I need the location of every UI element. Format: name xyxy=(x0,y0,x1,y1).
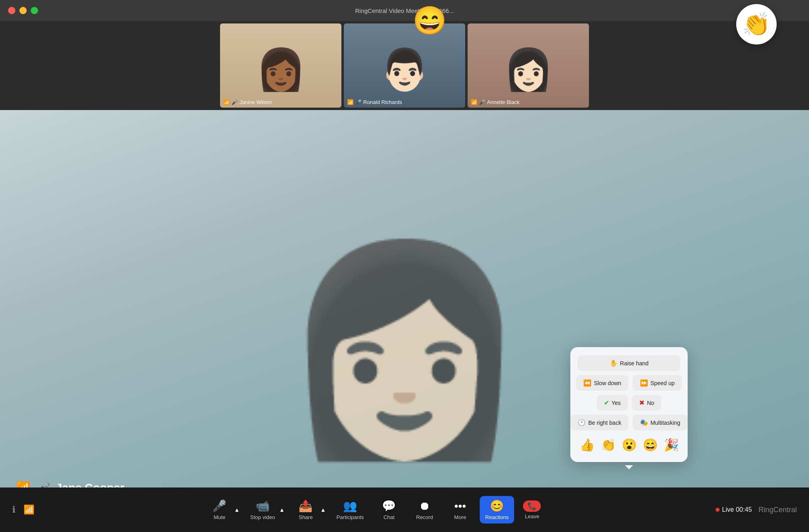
chat-button[interactable]: 💬 Chat xyxy=(373,496,405,524)
more-button[interactable]: ••• More xyxy=(444,496,477,524)
multitasking-icon: 🎭 xyxy=(640,419,648,426)
signal-icon-2: 📶 xyxy=(347,99,354,105)
thumbnails-row: 👩🏾 📶 🎤 Janine Wilson 👨🏻 📶 🎤 Ronald Richa… xyxy=(0,21,809,110)
slow-down-icon: ⏪ xyxy=(583,379,591,387)
reactions-icon: 😊 xyxy=(490,499,504,513)
reaction-popup: ✋ Raise hand ⏪ Slow down ⏩ Speed up ✔ Ye… xyxy=(570,347,688,462)
yes-icon: ✔ xyxy=(604,399,609,407)
maximize-button[interactable] xyxy=(31,7,38,14)
emoji-clap[interactable]: 👏 xyxy=(599,435,617,455)
be-right-back-button[interactable]: 🕐 Be right back xyxy=(570,415,629,430)
live-indicator: Live 00:45 xyxy=(716,506,752,513)
record-icon: ⏺ xyxy=(419,499,430,513)
thumbnail-1-label: 📶 🎤 Janine Wilson xyxy=(223,99,272,105)
brand-name: RingCentral xyxy=(758,506,797,514)
live-dot xyxy=(716,508,720,512)
toolbar-right: Live 00:45 RingCentral xyxy=(716,506,797,514)
emoji-smile[interactable]: 😄 xyxy=(641,435,659,455)
floating-emoji-center: 😄 xyxy=(413,4,445,36)
floating-emoji-topright: 👏 xyxy=(736,4,777,45)
signal-icon-1: 📶 xyxy=(223,99,230,105)
title-bar: RingCentral Video Meeting ID: 666... xyxy=(0,0,809,21)
signal-icon-3: 📶 xyxy=(471,99,477,105)
video-arrow[interactable]: ▲ xyxy=(277,507,286,513)
more-icon: ••• xyxy=(454,500,466,513)
leave-icon: 📞 xyxy=(523,500,541,512)
multitasking-button[interactable]: 🎭 Multitasking xyxy=(633,415,688,430)
main-video: 👩🏻 ✋ Raise hand ⏪ Slow down ⏩ Speed up xyxy=(0,110,809,507)
speed-up-icon: ⏩ xyxy=(640,379,648,387)
stop-video-icon: 📹 xyxy=(256,499,270,513)
reactions-button[interactable]: 😊 Reactions xyxy=(480,496,515,524)
mute-icon: 🎤 xyxy=(212,499,227,513)
stop-video-button[interactable]: 📹 Stop video xyxy=(245,496,281,524)
mic-icon-3: 🎤 xyxy=(479,99,485,105)
mute-arrow[interactable]: ▲ xyxy=(233,507,241,513)
share-arrow[interactable]: ▲ xyxy=(319,507,328,513)
share-button[interactable]: 📤 Share xyxy=(290,496,322,524)
yes-button[interactable]: ✔ Yes xyxy=(597,395,628,411)
no-button[interactable]: ✖ No xyxy=(632,395,661,411)
share-icon: 📤 xyxy=(299,499,313,513)
slow-down-button[interactable]: ⏪ Slow down xyxy=(576,375,629,391)
raise-hand-icon: ✋ xyxy=(610,359,618,367)
record-button[interactable]: ⏺ Record xyxy=(409,496,441,524)
window-controls[interactable] xyxy=(8,7,38,14)
thumbnail-1[interactable]: 👩🏾 📶 🎤 Janine Wilson xyxy=(220,23,341,108)
chat-icon: 💬 xyxy=(382,499,396,513)
thumbnail-2[interactable]: 👨🏻 📶 🎤 Ronald Richards xyxy=(344,23,465,108)
toolbar-center: 🎤 Mute ▲ 📹 Stop video ▲ 📤 Share ▲ 👥 Part… xyxy=(34,496,716,524)
mic-icon-1: 🎤 xyxy=(231,99,238,105)
no-icon: ✖ xyxy=(639,399,644,407)
participants-icon: 👥 xyxy=(343,499,357,513)
emoji-party[interactable]: 🎉 xyxy=(662,435,680,455)
mute-button[interactable]: 🎤 Mute xyxy=(203,496,236,524)
emoji-thumbsup[interactable]: 👍 xyxy=(578,435,596,455)
signal-bars-toolbar: 📶 xyxy=(23,504,34,515)
thumbnail-2-label: 📶 🎤 Ronald Richards xyxy=(347,99,402,105)
mic-icon-2: 🎤 xyxy=(355,99,362,105)
info-icon[interactable]: ℹ xyxy=(12,504,15,515)
be-right-back-icon: 🕐 xyxy=(578,419,586,426)
toolbar-left: ℹ 📶 xyxy=(12,504,34,515)
emoji-wow[interactable]: 😮 xyxy=(620,435,638,455)
thumbnail-3-label: 📶 🎤 Annette Black xyxy=(471,99,519,105)
speed-up-button[interactable]: ⏩ Speed up xyxy=(633,375,682,391)
toolbar: ℹ 📶 🎤 Mute ▲ 📹 Stop video ▲ 📤 Share ▲ xyxy=(0,487,809,532)
participants-button[interactable]: 👥 Participants xyxy=(331,496,370,524)
leave-button[interactable]: 📞 Leave xyxy=(517,497,546,523)
thumbnail-3[interactable]: 👩🏻 📶 🎤 Annette Black xyxy=(468,23,589,108)
minimize-button[interactable] xyxy=(19,7,27,14)
close-button[interactable] xyxy=(8,7,15,14)
raise-hand-button[interactable]: ✋ Raise hand xyxy=(578,355,680,371)
